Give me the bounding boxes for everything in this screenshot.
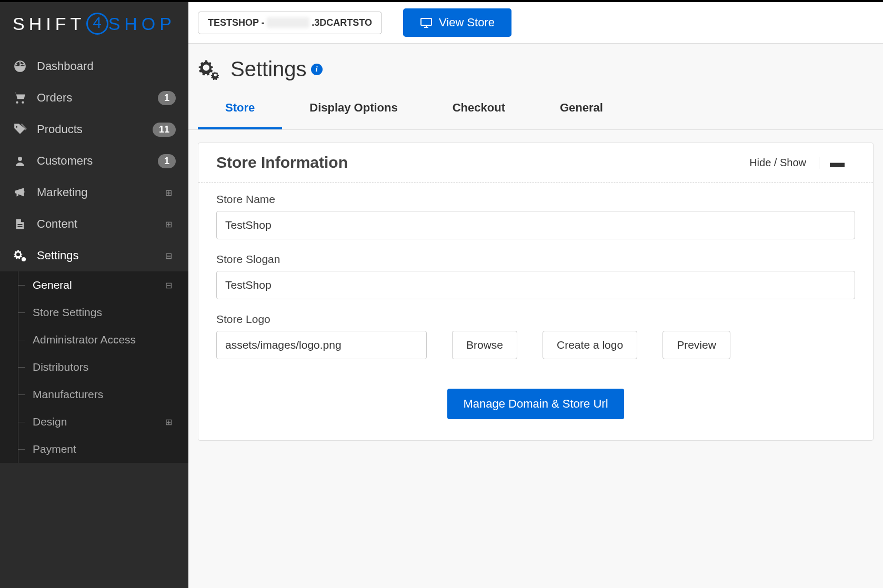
store-prefix: TESTSHOP - — [208, 17, 265, 28]
subnav-item-payment[interactable]: Payment — [18, 435, 188, 463]
plus-icon: ⊞ — [161, 219, 176, 229]
logo-shift: SHIFT — [13, 14, 85, 34]
tab-general[interactable]: General — [533, 88, 630, 129]
store-slogan-input[interactable] — [216, 271, 855, 299]
store-selector[interactable]: TESTSHOP - .3DCARTSTO — [198, 12, 382, 34]
plus-icon: ⊞ — [161, 188, 176, 198]
store-name-input[interactable] — [216, 211, 855, 239]
sidebar-item-label: Orders — [37, 91, 158, 105]
tab-store[interactable]: Store — [198, 88, 282, 129]
sidebar-item-content[interactable]: Content ⊞ — [0, 208, 188, 240]
panel-header: Store Information Hide / Show ▬ — [198, 143, 873, 183]
tab-display-options[interactable]: Display Options — [282, 88, 425, 129]
store-logo-input[interactable] — [216, 331, 427, 359]
customers-badge: 1 — [158, 154, 176, 168]
store-name-label: Store Name — [216, 193, 855, 206]
sidebar-item-products[interactable]: Products 11 — [0, 114, 188, 145]
orders-badge: 1 — [158, 91, 176, 105]
main-content: TESTSHOP - .3DCARTSTO View Store Setting… — [188, 2, 883, 588]
cart-icon — [13, 90, 27, 105]
panel-title: Store Information — [216, 154, 737, 171]
view-store-button[interactable]: View Store — [403, 8, 511, 37]
sidebar-item-settings[interactable]: Settings ⊟ — [0, 240, 188, 271]
file-icon — [13, 217, 27, 231]
subnav-item-admin-access[interactable]: Administrator Access — [18, 326, 188, 353]
monitor-icon — [420, 17, 433, 28]
dashboard-icon — [13, 59, 27, 74]
logo[interactable]: SHIFT 4 SHOP — [0, 2, 188, 50]
panel-body: Store Name Store Slogan Store Logo Brows… — [198, 183, 873, 440]
sidebar-item-label: Dashboard — [37, 59, 176, 73]
browse-button[interactable]: Browse — [452, 331, 517, 359]
minus-icon: ⊟ — [161, 280, 176, 290]
topbar: TESTSHOP - .3DCARTSTO View Store — [188, 2, 883, 44]
svg-rect-4 — [17, 224, 22, 225]
sidebar-item-customers[interactable]: Customers 1 — [0, 145, 188, 177]
subnav-item-design[interactable]: Design ⊞ — [18, 408, 188, 435]
svg-point-0 — [16, 64, 17, 65]
svg-rect-7 — [421, 18, 432, 25]
tabs: Store Display Options Checkout General — [188, 88, 883, 130]
tag-icon — [13, 122, 27, 137]
collapse-icon[interactable]: ▬ — [819, 160, 855, 165]
svg-point-1 — [23, 64, 24, 65]
subnav-item-distributors[interactable]: Distributors — [18, 353, 188, 381]
sidebar-item-label: Customers — [37, 154, 158, 168]
subnav-item-store-settings[interactable]: Store Settings — [18, 299, 188, 326]
info-icon[interactable]: i — [311, 64, 323, 75]
store-slogan-label: Store Slogan — [216, 253, 855, 266]
manage-domain-button[interactable]: Manage Domain & Store Url — [447, 389, 624, 419]
hide-show-toggle[interactable]: Hide / Show — [737, 157, 819, 169]
svg-point-6 — [22, 257, 26, 261]
store-logo-label: Store Logo — [216, 313, 855, 326]
sidebar-item-label: Marketing — [37, 186, 161, 199]
svg-point-2 — [19, 62, 21, 64]
page-header: Settings i — [188, 44, 883, 88]
settings-subnav: General ⊟ Store Settings Administrator A… — [0, 271, 188, 463]
sidebar-item-label: Products — [37, 123, 153, 136]
svg-point-3 — [18, 157, 22, 161]
bullhorn-icon — [13, 185, 27, 200]
tab-checkout[interactable]: Checkout — [425, 88, 533, 129]
user-icon — [13, 154, 27, 168]
sidebar-item-orders[interactable]: Orders 1 — [0, 82, 188, 114]
plus-icon: ⊞ — [161, 417, 176, 427]
minus-icon: ⊟ — [161, 251, 176, 261]
gears-icon — [198, 58, 220, 80]
create-logo-button[interactable]: Create a logo — [543, 331, 637, 359]
sidebar-item-label: Content — [37, 217, 161, 231]
store-information-panel: Store Information Hide / Show ▬ Store Na… — [198, 143, 874, 441]
sidebar: SHIFT 4 SHOP Dashboard Orders 1 Products… — [0, 2, 188, 588]
subnav-item-general[interactable]: General ⊟ — [18, 271, 188, 299]
sidebar-item-label: Settings — [37, 249, 161, 262]
sidebar-item-marketing[interactable]: Marketing ⊞ — [0, 177, 188, 208]
redacted-icon — [267, 17, 310, 28]
page-title: Settings — [230, 57, 307, 81]
gears-icon — [13, 248, 27, 263]
subnav-item-manufacturers[interactable]: Manufacturers — [18, 381, 188, 408]
logo-4: 4 — [86, 13, 107, 35]
sidebar-item-dashboard[interactable]: Dashboard — [0, 50, 188, 82]
store-suffix: .3DCARTSTO — [312, 17, 372, 28]
products-badge: 11 — [153, 123, 176, 137]
svg-rect-5 — [17, 226, 22, 227]
logo-shop: SHOP — [108, 14, 176, 34]
preview-button[interactable]: Preview — [663, 331, 730, 359]
